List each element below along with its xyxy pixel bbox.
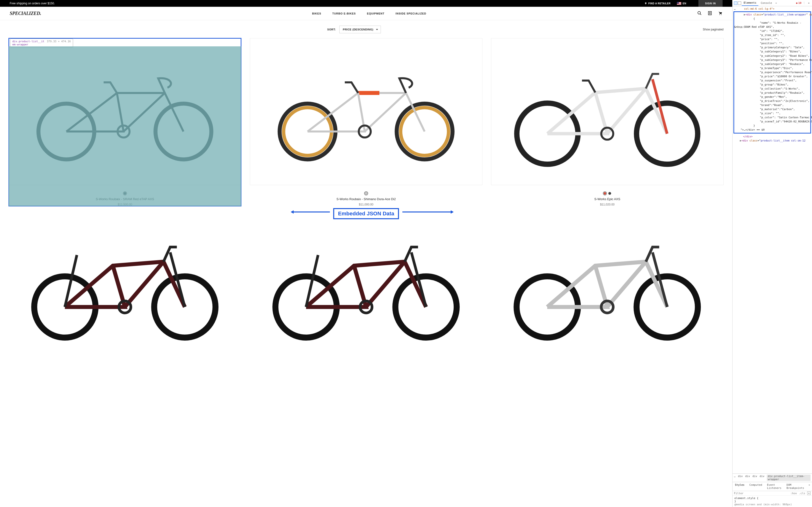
settings-icon[interactable]: ⋮ — [802, 1, 806, 5]
tab-console[interactable]: Console — [759, 0, 774, 6]
tab-styles[interactable]: Styles — [732, 482, 747, 491]
product-price: $11,020.00 — [600, 203, 615, 206]
product-name: S-Works Epic AXS — [594, 197, 620, 201]
product-card[interactable]: div.product-list__item-wrapper 379.33 × … — [9, 38, 241, 206]
product-grid: div.product-list__item-wrapper 379.33 × … — [9, 38, 723, 346]
tabs-overflow-icon[interactable]: » — [774, 1, 778, 5]
product-price: $11,000.00 — [359, 203, 373, 206]
devtools-panel: Elements Console » 10 ⋮ ✕ … col-md-6 col… — [732, 0, 812, 507]
breadcrumb[interactable]: … div div div div div.product-list__item… — [732, 473, 812, 482]
product-card[interactable] — [9, 224, 241, 346]
svg-point-6 — [719, 14, 720, 15]
inspect-tooltip: div.product-list__item-wrapper 379.33 × … — [10, 39, 73, 47]
swatch[interactable] — [123, 192, 126, 195]
product-image — [491, 38, 723, 185]
tab-computed[interactable]: Computed — [747, 482, 765, 491]
new-rule-icon[interactable]: + — [807, 492, 811, 495]
svg-point-17 — [637, 103, 698, 164]
cart-icon[interactable] — [718, 11, 723, 16]
product-card[interactable] — [491, 224, 723, 346]
product-name: S-Works Roubaix - SRAM Red eTAP AXS — [96, 197, 154, 201]
styles-tabs: Styles Computed Event Listeners DOM Brea… — [732, 482, 812, 491]
tab-dom-bp[interactable]: DOM Breakpoints — [784, 482, 807, 491]
main-nav: SPECIALIZED BIKES TURBO E-BIKES EQUIPMEN… — [0, 7, 732, 20]
product-name: S-Works Roubaix - Shimano Dura-Ace Di2 — [337, 197, 396, 201]
styles-filter-input[interactable] — [734, 492, 789, 495]
devtools-tabs: Elements Console » 10 ⋮ ✕ — [732, 0, 812, 6]
tab-elements[interactable]: Elements — [742, 0, 758, 6]
product-card[interactable] — [250, 224, 483, 346]
shipping-message: Free shipping on orders over $150. — [10, 2, 645, 5]
show-paginated-link[interactable]: Show paginated — [703, 28, 723, 31]
swatch[interactable] — [608, 192, 611, 195]
swatch[interactable] — [603, 192, 606, 195]
flag-us-icon — [677, 2, 681, 5]
close-devtools-icon[interactable]: ✕ — [807, 1, 811, 5]
color-swatches — [123, 192, 126, 195]
product-price: $11,500.00 — [118, 203, 132, 206]
brand-logo[interactable]: SPECIALIZED — [10, 11, 41, 16]
cls-toggle[interactable]: .cls — [799, 492, 806, 495]
sign-in-link[interactable]: SIGN IN — [698, 0, 723, 7]
nav-inside[interactable]: INSIDE SPECIALIZED — [396, 12, 426, 15]
style-rules[interactable]: element.style { } @media screen and (min… — [732, 496, 812, 507]
sort-select[interactable]: PRICE (DESCENDING) — [339, 25, 381, 33]
svg-point-0 — [698, 11, 700, 14]
bike-illustration — [25, 58, 225, 165]
pin-icon — [645, 2, 647, 5]
hov-toggle[interactable]: :hov — [791, 492, 797, 495]
nav-ebikes[interactable]: TURBO E-BIKES — [332, 12, 356, 15]
product-image — [250, 38, 483, 185]
product-image — [9, 38, 241, 185]
sort-toolbar: SORT: PRICE (DESCENDING) Show paginated — [9, 25, 723, 33]
promo-bar: Free shipping on orders over $150. FIND … — [0, 0, 732, 7]
list-icon[interactable] — [708, 11, 712, 16]
elements-tree[interactable]: … col-md-6 col-lg-4"> ▶<div class="produ… — [732, 6, 812, 473]
product-card[interactable]: S-Works Roubaix - Shimano Dura-Ace Di2 $… — [250, 38, 483, 206]
search-icon[interactable] — [697, 11, 702, 16]
error-count[interactable]: 10 — [796, 1, 801, 5]
inspect-toggle-icon[interactable] — [734, 1, 737, 5]
device-toggle-icon[interactable] — [738, 1, 741, 5]
nav-bikes[interactable]: BIKES — [312, 12, 321, 15]
language-selector[interactable]: EN — [677, 2, 686, 5]
nav-equipment[interactable]: EQUIPMENT — [367, 12, 385, 15]
svg-point-7 — [721, 14, 722, 15]
svg-line-1 — [700, 13, 701, 15]
find-retailer-link[interactable]: FIND A RETAILER — [645, 2, 671, 5]
styles-overflow-icon[interactable]: » — [806, 482, 812, 491]
product-card[interactable]: S-Works Epic AXS $11,020.00 — [491, 38, 723, 206]
tab-listeners[interactable]: Event Listeners — [765, 482, 784, 491]
sort-label: SORT: — [327, 28, 336, 31]
swatch[interactable] — [365, 192, 367, 195]
